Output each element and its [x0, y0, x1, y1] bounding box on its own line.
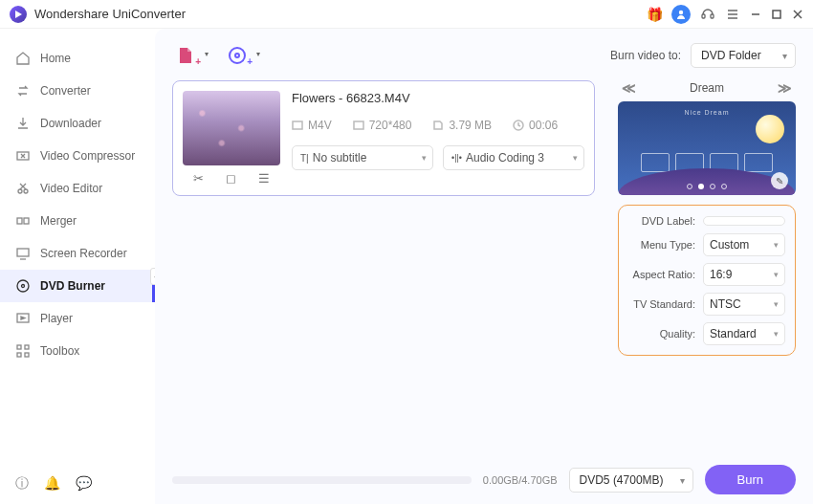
svg-rect-3: [711, 14, 714, 18]
theme-name: Dream: [690, 81, 724, 95]
crop-icon[interactable]: ◻: [226, 171, 236, 186]
svg-rect-8: [773, 11, 780, 18]
svg-rect-2: [702, 14, 705, 18]
sidebar-item-label: Toolbox: [40, 344, 79, 358]
video-card[interactable]: ✂ ◻ ☰ Flowers - 66823.M4V M4V 720*480 3.…: [172, 80, 595, 196]
burn-target-select[interactable]: DVD Folder: [691, 43, 796, 68]
meta-size: 3.79 MB: [432, 119, 492, 132]
sidebar-item-label: Downloader: [40, 117, 101, 130]
aspect-ratio-select[interactable]: 16:9: [703, 263, 785, 286]
sidebar-item-downloader[interactable]: Downloader: [0, 107, 155, 140]
edit-theme-button[interactable]: ✎: [771, 172, 788, 189]
svg-rect-24: [25, 353, 29, 357]
video-title: Flowers - 66823.M4V: [292, 91, 584, 105]
svg-rect-21: [17, 345, 21, 349]
svg-point-17: [17, 280, 29, 292]
bell-icon[interactable]: 🔔: [44, 475, 60, 493]
tv-standard-label: TV Standard:: [628, 298, 695, 310]
capacity-text: 0.00GB/4.70GB: [483, 474, 558, 486]
effects-icon[interactable]: ☰: [258, 171, 270, 186]
burn-to-label: Burn video to:: [610, 49, 681, 62]
menu-type-label: Menu Type:: [628, 239, 695, 251]
dvd-settings: DVD Label: Menu Type:Custom Aspect Ratio…: [618, 205, 796, 356]
svg-rect-27: [293, 121, 302, 129]
meta-duration: 00:06: [513, 119, 558, 132]
add-disc-button[interactable]: +▾: [224, 42, 251, 69]
svg-point-1: [679, 10, 683, 13]
theme-next-button[interactable]: ≫: [778, 80, 792, 96]
sidebar-item-label: Player: [40, 312, 73, 325]
menu-icon[interactable]: [725, 7, 740, 22]
sidebar-item-label: Converter: [40, 84, 91, 98]
svg-point-13: [24, 189, 28, 193]
gift-icon[interactable]: 🎁: [647, 7, 662, 22]
theme-preview: Nice Dream ✎: [618, 101, 796, 195]
sidebar-item-label: Video Compressor: [40, 149, 135, 163]
sidebar-item-label: Home: [40, 52, 71, 65]
app-logo-icon: [10, 6, 27, 23]
sidebar-item-home[interactable]: Home: [0, 42, 155, 75]
sidebar-item-label: DVD Burner: [40, 279, 105, 293]
disc-type-select[interactable]: DVD5 (4700MB): [569, 468, 693, 493]
help-icon[interactable]: ⓘ: [15, 475, 29, 493]
dvd-label-input[interactable]: [703, 216, 785, 226]
audio-select[interactable]: •||•Audio Coding 3: [443, 145, 584, 170]
sidebar-item-dvd-burner[interactable]: DVD Burner: [0, 270, 155, 302]
theme-prev-button[interactable]: ≪: [622, 80, 636, 96]
sidebar-item-label: Video Editor: [40, 182, 102, 195]
meta-resolution: 720*480: [353, 119, 412, 132]
svg-rect-22: [25, 345, 29, 349]
capacity-bar: [172, 476, 472, 484]
sidebar-item-label: Merger: [40, 214, 77, 228]
sidebar-item-label: Screen Recorder: [40, 247, 127, 260]
svg-rect-16: [17, 249, 29, 256]
sidebar-item-compressor[interactable]: Video Compressor: [0, 140, 155, 172]
quality-label: Quality:: [628, 328, 695, 340]
subtitle-select[interactable]: T|No subtitle: [292, 145, 433, 170]
svg-marker-20: [21, 317, 25, 319]
svg-rect-23: [17, 353, 21, 357]
minimize-button[interactable]: [750, 9, 761, 20]
trim-icon[interactable]: ✂: [193, 171, 204, 186]
aspect-ratio-label: Aspect Ratio:: [628, 269, 695, 280]
svg-point-18: [22, 285, 25, 288]
svg-point-26: [235, 54, 239, 57]
sidebar-item-recorder[interactable]: Screen Recorder: [0, 237, 155, 270]
toolbar: +▾ +▾ Burn video to: DVD Folder: [172, 42, 796, 69]
svg-point-25: [230, 48, 245, 63]
meta-format: M4V: [292, 119, 332, 132]
quality-select[interactable]: Standard: [703, 322, 785, 345]
tv-standard-select[interactable]: NTSC: [703, 293, 785, 316]
svg-rect-14: [17, 218, 22, 224]
user-avatar[interactable]: [671, 5, 691, 24]
svg-point-12: [18, 189, 22, 193]
support-icon[interactable]: [700, 7, 715, 22]
add-file-button[interactable]: +▾: [172, 42, 199, 69]
burn-button[interactable]: Burn: [705, 465, 796, 494]
sidebar-item-toolbox[interactable]: Toolbox: [0, 335, 155, 367]
app-title: Wondershare UniConverter: [34, 7, 186, 21]
video-thumbnail: [183, 91, 280, 165]
sidebar-item-converter[interactable]: Converter: [0, 75, 155, 107]
footer: 0.00GB/4.70GB DVD5 (4700MB) Burn: [172, 455, 796, 494]
sidebar: Home Converter Downloader Video Compress…: [0, 29, 155, 504]
dvd-label-label: DVD Label:: [628, 215, 695, 227]
svg-marker-0: [15, 11, 22, 18]
feedback-icon[interactable]: 💬: [76, 475, 92, 493]
svg-rect-15: [24, 218, 29, 224]
close-button[interactable]: [792, 9, 803, 20]
sidebar-item-player[interactable]: Player: [0, 302, 155, 335]
titlebar: Wondershare UniConverter 🎁: [0, 0, 813, 29]
maximize-button[interactable]: [771, 9, 782, 20]
sidebar-item-merger[interactable]: Merger: [0, 205, 155, 237]
menu-type-select[interactable]: Custom: [703, 233, 785, 256]
svg-rect-28: [354, 121, 363, 129]
sidebar-item-editor[interactable]: Video Editor: [0, 172, 155, 205]
